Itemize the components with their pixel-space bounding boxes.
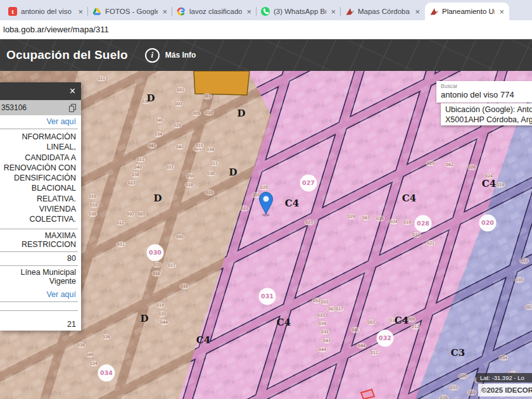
more-info-button[interactable]: i Más Info [145, 48, 196, 63]
tab-close-icon[interactable]: × [162, 8, 168, 16]
parcel-number: 044 [358, 343, 365, 348]
parcel-number: 020 [158, 312, 166, 317]
coordinates-badge: Lat: -31.392 - Lo [476, 373, 532, 383]
parcel-number: 010 [205, 110, 213, 115]
zone-label: C4 [402, 193, 416, 204]
ver-aqui-link[interactable]: Ver aquí [0, 115, 78, 129]
parcel-number: 024 [90, 361, 98, 366]
zone-label: C4 [285, 198, 299, 209]
parcel-number: 038 [207, 171, 215, 176]
mapas-cordoba-icon [345, 7, 354, 16]
parcel-number: 011 [521, 258, 528, 263]
parcel-number: 038 [77, 343, 85, 348]
parcel-number: 026 [468, 165, 476, 170]
mapas-cordoba-icon [429, 7, 438, 16]
parcel-number: 019 [156, 303, 164, 308]
parcel-id-row: 353106 [0, 100, 81, 115]
site-icon-red-t: t [8, 7, 17, 16]
parcel-number: 001 [177, 87, 184, 92]
parcel-number: 044 [160, 320, 168, 325]
tab-close-icon[interactable]: × [77, 8, 84, 16]
tab-label: (3) WhatsApp Busine [274, 8, 326, 15]
app-header: Ocupación del Suelo i Más Info [0, 39, 532, 71]
parcel-number: 031 [321, 329, 329, 334]
search-box[interactable]: Buscar antonio del viso 774 [436, 81, 532, 103]
browser-tab-5[interactable]: Mapas Córdoba× [341, 3, 425, 20]
parcel-number: 034 [155, 132, 162, 137]
screen: tantonio del viso 774×FOTOS - Google Dri… [0, 0, 532, 399]
browser-tab-2[interactable]: FOTOS - Google Driv× [88, 3, 172, 20]
block-number: 020 [481, 219, 494, 226]
search-input[interactable]: antonio del viso 774 [441, 90, 532, 99]
parcel-number: 015 [153, 262, 161, 267]
parcel-number: 042 [148, 143, 156, 148]
parcel-number: 019 [403, 220, 411, 225]
zone-label: D [140, 313, 148, 324]
tab-close-icon[interactable]: × [246, 8, 252, 16]
search-suggestion[interactable]: Ubicación (Google): Antonio d X5001AHP C… [441, 103, 532, 125]
ver-aqui-link[interactable]: Ver aquí [0, 288, 78, 302]
block-number: 027 [302, 179, 315, 186]
parcel-number: 019 [90, 203, 98, 208]
parcel-number: 019 [497, 182, 504, 187]
zone-label: C3 [451, 347, 465, 358]
parcel-number: 026 [440, 395, 448, 399]
parcel-id: 353106 [1, 103, 27, 112]
parcel-number: 023 [305, 220, 313, 225]
parcel-number: 063 [203, 94, 211, 99]
parcel-number: 038 [132, 172, 139, 177]
zone-label: D [229, 167, 237, 178]
parcel-number: 041 [352, 327, 359, 332]
parcel-number: 005 [176, 234, 184, 239]
parcel-number: 038 [89, 212, 96, 217]
zone-label: C4 [196, 334, 210, 346]
info-panel-header: × [0, 82, 81, 100]
zone-label: D [146, 92, 155, 104]
tab-close-icon[interactable]: × [330, 8, 336, 16]
parcel-number: 002 [127, 212, 134, 217]
url-text: loba.gob.ar/viewer/mapa/311 [3, 25, 109, 34]
tab-close-icon[interactable]: × [414, 8, 421, 16]
parcel-number: 033 [412, 232, 420, 238]
browser-tab-1[interactable]: tantonio del viso 774× [4, 3, 88, 20]
parcel-number: 049 [86, 352, 94, 357]
parcel-number: 026 [376, 216, 384, 221]
panel-row: Línea Municipal Vigente [0, 266, 78, 288]
browser-tab-3[interactable]: lavoz clasificados - B× [172, 3, 256, 20]
tab-close-icon[interactable]: × [498, 8, 505, 16]
suggestion-line-2: X5001AHP Córdoba, Argentin [445, 115, 532, 125]
parcel-number: 021 [166, 165, 174, 170]
parcel-number: 026 [103, 334, 110, 339]
search-label: Buscar [441, 83, 532, 89]
copy-icon[interactable] [69, 104, 76, 112]
parcel-number: 007 [526, 305, 532, 310]
parcel-number: 020 [253, 193, 260, 198]
parcel-number: 029 [174, 123, 181, 128]
close-icon[interactable]: × [70, 86, 75, 96]
parcel-number: 044 [319, 347, 326, 352]
panel-row [0, 302, 78, 311]
parcel-number: 005 [193, 111, 200, 116]
panel-rows: Ver aquíNFORMACIÓN LINEAL,CANDIDATA AREN… [0, 115, 81, 331]
parcel-number: 012 [412, 324, 419, 329]
parcel-number: 022 [241, 206, 248, 211]
parcel-number: 052 [313, 298, 320, 303]
parcel-number: 003 [367, 320, 375, 325]
block-number: 030 [149, 249, 162, 256]
browser-tab-6[interactable]: Planeamiento Urban× [425, 3, 509, 20]
tab-label: FOTOS - Google Driv [105, 8, 158, 15]
whatsapp-icon [261, 7, 270, 16]
parcel-number: 011 [117, 242, 125, 247]
parcel-number: 015 [206, 190, 213, 195]
panel-row: 80 [0, 252, 78, 266]
parcel-number: 045 [156, 118, 163, 123]
address-bar[interactable]: loba.gob.ar/viewer/mapa/311 [0, 20, 532, 39]
parcel-number: 043 [323, 338, 331, 343]
parcel-number: 024 [390, 219, 398, 224]
parcel-number: 003 [137, 212, 145, 217]
browser-tab-4[interactable]: (3) WhatsApp Busine× [256, 3, 341, 20]
parcel-number: 029 [348, 214, 355, 219]
parcel-number: 055 [321, 300, 329, 305]
parcel-number: 035 [516, 277, 523, 282]
google-icon [177, 7, 186, 16]
